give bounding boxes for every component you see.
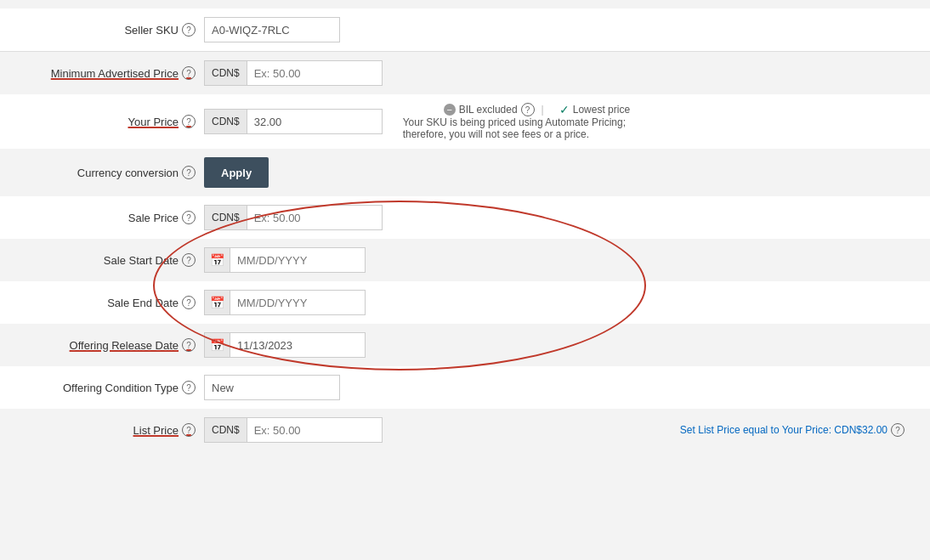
sale-price-content: CDN$ (204, 205, 913, 230)
sale-start-date-input[interactable] (230, 247, 366, 273)
seller-sku-help-icon[interactable]: ? (182, 23, 196, 37)
seller-sku-content (204, 17, 913, 42)
offering-condition-type-row: Offering Condition Type ? (0, 366, 930, 409)
minus-circle-icon: − (444, 104, 456, 116)
sale-price-row: Sale Price ? CDN$ (0, 196, 930, 239)
seller-sku-label: Seller SKU ? (17, 23, 204, 37)
oval-section: Sale Price ? CDN$ Sale Start Date ? 📅 (0, 196, 930, 324)
seller-sku-input[interactable] (204, 17, 340, 42)
price-badges: − BIL excluded ? | ✓ Lowest price (427, 103, 658, 116)
sale-end-date-input[interactable] (230, 290, 366, 315)
sale-price-label: Sale Price ? (17, 211, 204, 224)
offering-release-date-label: Offering Release Date ? (17, 338, 204, 352)
sale-start-date-calendar-icon[interactable]: 📅 (204, 247, 230, 273)
offering-release-date-calendar-icon[interactable]: 📅 (204, 332, 230, 358)
your-price-input-group: CDN$ (204, 109, 383, 134)
sale-start-date-help-icon[interactable]: ? (182, 253, 196, 267)
list-price-row: List Price ? CDN$ Set List Price equal t… (0, 409, 930, 451)
set-list-price-link[interactable]: Set List Price equal to Your Price: CDN$… (680, 423, 904, 437)
sale-end-date-label: Sale End Date ? (17, 296, 204, 309)
offering-release-date-content: 📅 (204, 332, 913, 358)
offering-release-date-input-group: 📅 (204, 332, 366, 358)
badge-divider: | (542, 104, 544, 116)
lowest-price-badge: ✓ Lowest price (559, 103, 630, 116)
minimum-advertised-price-content: CDN$ (204, 60, 913, 86)
sale-start-date-content: 📅 (204, 247, 913, 273)
minimum-advertised-price-input[interactable] (247, 60, 383, 86)
offering-release-date-input[interactable] (230, 332, 366, 358)
currency-conversion-help-icon[interactable]: ? (182, 166, 196, 179)
offering-release-date-help-icon[interactable]: ? (182, 338, 196, 352)
your-price-content: CDN$ − BIL excluded ? | ✓ Lowest price (204, 103, 913, 140)
list-price-help-icon[interactable]: ? (182, 423, 196, 437)
minimum-advertised-price-currency: CDN$ (204, 60, 247, 86)
sale-price-input-group: CDN$ (204, 205, 383, 230)
sale-end-date-row: Sale End Date ? 📅 (0, 281, 930, 324)
set-list-price-help-icon[interactable]: ? (891, 423, 904, 437)
list-price-currency: CDN$ (204, 417, 247, 443)
sale-end-date-calendar-icon[interactable]: 📅 (204, 290, 230, 315)
list-price-label: List Price ? (17, 423, 204, 437)
list-price-input[interactable] (247, 417, 383, 443)
sale-start-date-row: Sale Start Date ? 📅 (0, 239, 930, 281)
offering-condition-type-content (204, 375, 913, 400)
your-price-info-block: − BIL excluded ? | ✓ Lowest price Your S… (393, 103, 658, 140)
sale-price-input[interactable] (247, 205, 383, 230)
offering-condition-type-input[interactable] (204, 375, 340, 400)
offering-condition-type-help-icon[interactable]: ? (182, 381, 196, 394)
offering-condition-type-label: Offering Condition Type ? (17, 381, 204, 394)
currency-conversion-row: Currency conversion ? Apply (0, 149, 930, 196)
your-price-row: Your Price ? CDN$ − BIL excluded ? | ✓ (0, 94, 930, 149)
your-price-currency: CDN$ (204, 109, 247, 134)
minimum-advertised-price-help-icon[interactable]: ? (182, 66, 196, 80)
minimum-advertised-price-input-group: CDN$ (204, 60, 383, 86)
apply-button[interactable]: Apply (204, 157, 269, 188)
your-price-label: Your Price ? (17, 115, 204, 128)
sale-end-date-content: 📅 (204, 290, 913, 315)
sale-price-currency: CDN$ (204, 205, 247, 230)
bil-excluded-help-icon[interactable]: ? (521, 103, 535, 116)
sale-price-help-icon[interactable]: ? (182, 211, 196, 224)
currency-conversion-content: Apply (204, 157, 913, 188)
currency-conversion-label: Currency conversion ? (17, 166, 204, 179)
minimum-advertised-price-label: Minimum Advertised Price ? (17, 66, 204, 80)
list-price-input-group: CDN$ (204, 417, 383, 443)
bil-excluded-badge: − BIL excluded ? | (444, 103, 551, 116)
list-price-content: CDN$ Set List Price equal to Your Price:… (204, 417, 913, 443)
sale-end-date-input-group: 📅 (204, 290, 366, 315)
your-price-help-icon[interactable]: ? (182, 115, 196, 128)
sale-start-date-label: Sale Start Date ? (17, 253, 204, 267)
page-wrapper: Seller SKU ? Minimum Advertised Price ? … (0, 0, 930, 560)
sale-end-date-help-icon[interactable]: ? (182, 296, 196, 309)
sale-start-date-input-group: 📅 (204, 247, 366, 273)
your-price-input[interactable] (247, 109, 383, 134)
minimum-advertised-price-row: Minimum Advertised Price ? CDN$ (0, 52, 930, 94)
check-icon: ✓ (559, 103, 570, 116)
offering-release-date-row: Offering Release Date ? 📅 (0, 324, 930, 366)
seller-sku-row: Seller SKU ? (0, 8, 930, 51)
your-price-info-text: Your SKU is being priced using Automate … (403, 116, 658, 140)
